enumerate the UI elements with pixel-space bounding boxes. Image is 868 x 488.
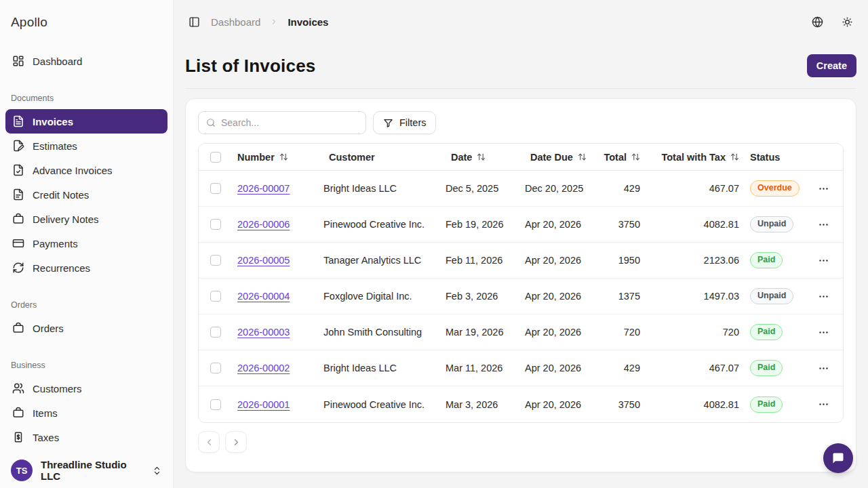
invoice-number-link[interactable]: 2026-00001 xyxy=(237,399,290,410)
sidebar-item-items[interactable]: Items xyxy=(5,401,167,425)
date-due-cell: Apr 20, 2026 xyxy=(525,399,598,410)
customer-cell: John Smith Consulting xyxy=(323,327,446,338)
sidebar-item-advance-invoices[interactable]: Advance Invoices xyxy=(5,158,167,182)
workspace-switcher[interactable]: TS Threadline Studio LLC xyxy=(0,449,173,488)
breadcrumb-dashboard[interactable]: Dashboard xyxy=(211,16,260,28)
row-checkbox[interactable] xyxy=(210,291,221,302)
sidebar-item-delivery-notes[interactable]: Delivery Notes xyxy=(5,207,167,231)
total-with-tax-cell: 467.07 xyxy=(644,363,745,373)
file-lines-icon xyxy=(12,188,24,201)
ellipsis-icon xyxy=(818,255,829,266)
pagination xyxy=(198,431,844,453)
panel-left-icon xyxy=(189,16,200,28)
sidebar-item-payments[interactable]: Payments xyxy=(5,231,167,256)
row-menu-button[interactable] xyxy=(815,216,832,233)
sidebar-item-label: Estimates xyxy=(33,140,77,152)
theme-toggle-button[interactable] xyxy=(842,16,853,28)
search-input[interactable] xyxy=(221,117,358,128)
row-checkbox[interactable] xyxy=(210,219,221,230)
row-menu-button[interactable] xyxy=(815,252,832,269)
row-menu-button[interactable] xyxy=(815,360,832,377)
sort-icon xyxy=(477,152,486,161)
head-divider xyxy=(185,88,856,89)
invoice-row: 2026-00006Pinewood Creative Inc.Feb 19, … xyxy=(199,207,843,243)
total-cell: 429 xyxy=(598,183,644,194)
sidebar-item-credit-notes[interactable]: Credit Notes xyxy=(5,182,167,207)
total-with-tax-cell: 467.07 xyxy=(644,183,745,194)
language-button[interactable] xyxy=(812,16,823,28)
chevron-right-icon xyxy=(231,437,241,447)
invoice-number-link[interactable]: 2026-00004 xyxy=(237,291,290,302)
ellipsis-icon xyxy=(818,363,829,374)
breadcrumb-invoices: Invoices xyxy=(288,16,328,28)
row-menu-button[interactable] xyxy=(815,180,832,197)
sidebar-item-label: Advance Invoices xyxy=(33,165,113,176)
sidebar-item-label: Items xyxy=(33,407,58,419)
row-checkbox[interactable] xyxy=(210,255,221,266)
invoice-number-link[interactable]: 2026-00002 xyxy=(237,363,290,373)
row-menu-button[interactable] xyxy=(815,324,832,341)
invoice-row: 2026-00003John Smith ConsultingMar 19, 2… xyxy=(199,314,843,350)
invoice-number-link[interactable]: 2026-00003 xyxy=(237,327,290,338)
row-checkbox[interactable] xyxy=(210,327,221,338)
create-button[interactable]: Create xyxy=(807,54,856,77)
total-cell: 429 xyxy=(598,363,644,373)
sort-total_with_tax-button[interactable] xyxy=(730,152,739,161)
row-menu-button[interactable] xyxy=(815,396,832,413)
sidebar-item-estimates[interactable]: Estimates xyxy=(5,134,167,158)
filters-label: Filters xyxy=(399,117,426,128)
row-checkbox[interactable] xyxy=(210,183,221,194)
dashboard-icon xyxy=(12,55,24,67)
sidebar-toggle-button[interactable] xyxy=(189,16,200,28)
invoice-row: 2026-00001Pinewood Creative Inc.Mar 3, 2… xyxy=(199,386,843,422)
app-logo: Apollo xyxy=(0,0,173,30)
sidebar-item-label: Recurrences xyxy=(33,262,90,274)
sidebar-item-recurrences[interactable]: Recurrences xyxy=(5,256,167,280)
sort-date-button[interactable] xyxy=(477,152,486,161)
search-icon xyxy=(206,118,216,127)
sidebar-item-label: Credit Notes xyxy=(33,189,89,201)
total-with-tax-cell: 720 xyxy=(644,327,745,338)
sort-icon xyxy=(279,152,288,161)
sidebar-item-taxes[interactable]: Taxes xyxy=(5,425,167,449)
sort-number-button[interactable] xyxy=(279,152,288,161)
filters-button[interactable]: Filters xyxy=(373,111,436,134)
row-checkbox[interactable] xyxy=(210,399,221,410)
chat-widget-button[interactable] xyxy=(823,443,853,473)
total-with-tax-cell: 4082.81 xyxy=(644,219,745,230)
next-page-button[interactable] xyxy=(225,431,247,453)
date-cell: Mar 19, 2026 xyxy=(446,327,525,338)
column-header-status: Status xyxy=(750,152,780,163)
package-icon xyxy=(12,407,24,419)
sidebar-section-label: Business xyxy=(11,361,162,370)
sidebar-item-customers[interactable]: Customers xyxy=(5,376,167,401)
sort-date_due-button[interactable] xyxy=(578,152,587,161)
previous-page-button[interactable] xyxy=(198,431,220,453)
workspace-name: Threadline Studio LLC xyxy=(41,459,144,482)
date-due-cell: Apr 20, 2026 xyxy=(525,219,598,230)
table-toolbar: Filters xyxy=(198,111,844,134)
sidebar-item-invoices[interactable]: Invoices xyxy=(5,109,167,134)
invoice-number-link[interactable]: 2026-00005 xyxy=(237,255,290,266)
ellipsis-icon xyxy=(818,399,829,410)
customer-cell: Bright Ideas LLC xyxy=(323,183,446,194)
sidebar-nav: DashboardDocumentsInvoicesEstimatesAdvan… xyxy=(0,49,173,449)
sort-total-button[interactable] xyxy=(631,152,640,161)
package-icon xyxy=(12,213,24,225)
row-menu-button[interactable] xyxy=(815,288,832,305)
invoice-row: 2026-00007Bright Ideas LLCDec 5, 2025Dec… xyxy=(199,171,843,207)
sidebar-item-orders[interactable]: Orders xyxy=(5,316,167,340)
sidebar-item-dashboard[interactable]: Dashboard xyxy=(5,49,167,73)
column-header-date_due: Date Due xyxy=(530,152,573,163)
status-badge: Paid xyxy=(750,324,783,340)
invoice-number-link[interactable]: 2026-00007 xyxy=(237,183,290,194)
ellipsis-icon xyxy=(818,219,829,230)
column-header-total: Total xyxy=(604,152,627,163)
row-checkbox[interactable] xyxy=(210,363,221,373)
invoice-number-link[interactable]: 2026-00006 xyxy=(237,219,290,230)
workspace-avatar: TS xyxy=(11,460,33,481)
select-all-checkbox[interactable] xyxy=(210,152,221,163)
table-header-row: NumberCustomerDateDate DueTotalTotal wit… xyxy=(199,144,843,171)
date-cell: Mar 3, 2026 xyxy=(446,399,525,410)
customer-cell: Bright Ideas LLC xyxy=(323,363,446,373)
